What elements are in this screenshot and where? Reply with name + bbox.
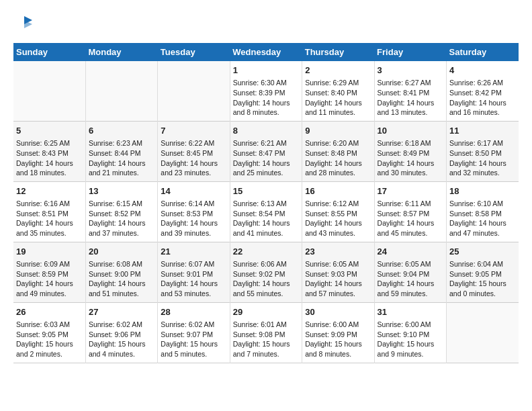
day-info: and 7 minutes. <box>233 349 299 359</box>
day-info: Sunset: 8:53 PM <box>161 209 226 219</box>
day-info: Sunset: 9:01 PM <box>161 269 226 279</box>
day-number: 27 <box>89 306 154 318</box>
day-number: 26 <box>16 306 83 318</box>
day-number: 24 <box>378 246 443 258</box>
calendar-cell: 11Sunrise: 6:17 AMSunset: 8:50 PMDayligh… <box>447 121 519 181</box>
day-number: 23 <box>305 246 371 258</box>
day-info: and 43 minutes. <box>305 228 371 238</box>
day-number: 4 <box>449 64 516 77</box>
calendar-cell: 13Sunrise: 6:15 AMSunset: 8:52 PMDayligh… <box>85 181 157 242</box>
day-info: Daylight: 15 hours <box>449 279 516 289</box>
day-info: Sunset: 9:00 PM <box>89 269 154 279</box>
day-info: Sunrise: 6:12 AM <box>305 199 371 209</box>
day-info: Sunset: 8:42 PM <box>449 88 516 98</box>
calendar-cell: 22Sunrise: 6:06 AMSunset: 9:02 PMDayligh… <box>230 242 302 302</box>
day-info: Sunrise: 6:00 AM <box>305 320 371 330</box>
day-info: Daylight: 14 hours <box>378 158 443 169</box>
day-info: Sunrise: 6:05 AM <box>378 259 443 269</box>
header-cell-tuesday: Tuesday <box>158 43 230 61</box>
day-info: Sunrise: 6:00 AM <box>378 320 443 330</box>
day-info: Daylight: 14 hours <box>378 218 443 228</box>
day-info: Daylight: 15 hours <box>305 339 371 349</box>
day-number: 10 <box>378 125 443 137</box>
day-info: Sunset: 8:44 PM <box>89 148 154 158</box>
day-number: 28 <box>161 306 226 318</box>
calendar-cell: 10Sunrise: 6:18 AMSunset: 8:49 PMDayligh… <box>374 121 446 181</box>
day-number: 25 <box>449 246 516 258</box>
calendar-cell: 5Sunrise: 6:25 AMSunset: 8:43 PMDaylight… <box>13 121 85 181</box>
day-info: Daylight: 14 hours <box>305 279 371 289</box>
day-info: Daylight: 15 hours <box>16 339 83 349</box>
day-info: and 32 minutes. <box>449 168 516 178</box>
day-info: and 55 minutes. <box>233 289 299 299</box>
calendar-cell <box>13 61 85 121</box>
day-info: Sunrise: 6:13 AM <box>233 199 299 209</box>
calendar-cell: 3Sunrise: 6:27 AMSunset: 8:41 PMDaylight… <box>374 61 446 121</box>
calendar-cell: 17Sunrise: 6:11 AMSunset: 8:57 PMDayligh… <box>374 181 446 242</box>
day-info: and 2 minutes. <box>16 349 83 359</box>
calendar-cell: 24Sunrise: 6:05 AMSunset: 9:04 PMDayligh… <box>374 242 446 302</box>
day-number: 20 <box>89 246 154 258</box>
calendar-cell: 2Sunrise: 6:29 AMSunset: 8:40 PMDaylight… <box>302 61 374 121</box>
day-info: and 41 minutes. <box>233 228 299 238</box>
day-number: 18 <box>449 185 516 197</box>
day-info: and 37 minutes. <box>89 228 154 238</box>
day-info: Sunrise: 6:29 AM <box>305 78 371 88</box>
day-info: and 18 minutes. <box>16 168 83 178</box>
day-info: Daylight: 15 hours <box>378 339 443 349</box>
day-info: Sunset: 9:04 PM <box>378 269 443 279</box>
day-info: and 25 minutes. <box>233 168 299 178</box>
day-info: Sunrise: 6:02 AM <box>161 320 226 330</box>
day-info: Sunrise: 6:25 AM <box>16 138 83 148</box>
day-info: Daylight: 14 hours <box>449 98 516 108</box>
day-number: 13 <box>89 185 154 197</box>
day-info: Sunrise: 6:23 AM <box>89 138 154 148</box>
calendar-cell: 30Sunrise: 6:00 AMSunset: 9:09 PMDayligh… <box>302 302 374 363</box>
calendar-cell <box>85 61 157 121</box>
day-info: Sunrise: 6:17 AM <box>449 138 516 148</box>
day-info: Daylight: 15 hours <box>161 339 226 349</box>
header-cell-friday: Friday <box>374 43 446 61</box>
calendar-cell: 29Sunrise: 6:01 AMSunset: 9:08 PMDayligh… <box>230 302 302 363</box>
day-number: 21 <box>161 246 226 258</box>
day-number: 30 <box>305 306 371 318</box>
page-header <box>13 13 519 32</box>
header-cell-thursday: Thursday <box>302 43 374 61</box>
day-info: Daylight: 14 hours <box>89 218 154 228</box>
day-info: Sunrise: 6:30 AM <box>233 78 299 88</box>
calendar-week-row: 1Sunrise: 6:30 AMSunset: 8:39 PMDaylight… <box>13 61 519 121</box>
day-info: and 30 minutes. <box>378 168 443 178</box>
header-cell-wednesday: Wednesday <box>230 43 302 61</box>
day-info: Sunset: 8:54 PM <box>233 209 299 219</box>
day-info: and 16 minutes. <box>449 107 516 118</box>
logo-flag-icon <box>15 13 34 32</box>
day-info: Sunrise: 6:06 AM <box>233 259 299 269</box>
day-info: and 8 minutes. <box>233 107 299 118</box>
day-info: Sunset: 8:52 PM <box>89 209 154 219</box>
day-number: 19 <box>16 246 83 258</box>
day-info: Sunrise: 6:09 AM <box>16 259 83 269</box>
day-info: and 5 minutes. <box>161 349 226 359</box>
calendar-cell: 9Sunrise: 6:20 AMSunset: 8:48 PMDaylight… <box>302 121 374 181</box>
day-number: 14 <box>161 185 226 197</box>
calendar-body: 1Sunrise: 6:30 AMSunset: 8:39 PMDaylight… <box>13 61 519 363</box>
day-info: Sunrise: 6:14 AM <box>161 199 226 209</box>
day-info: Daylight: 14 hours <box>233 218 299 228</box>
day-info: Sunrise: 6:21 AM <box>233 138 299 148</box>
day-info: Sunset: 8:50 PM <box>449 148 516 158</box>
calendar-cell: 6Sunrise: 6:23 AMSunset: 8:44 PMDaylight… <box>85 121 157 181</box>
calendar-cell: 23Sunrise: 6:05 AMSunset: 9:03 PMDayligh… <box>302 242 374 302</box>
day-info: Daylight: 14 hours <box>378 98 443 108</box>
day-info: Sunset: 8:59 PM <box>16 269 83 279</box>
day-number: 8 <box>233 125 299 137</box>
day-info: Daylight: 14 hours <box>233 98 299 108</box>
header-cell-saturday: Saturday <box>447 43 519 61</box>
day-info: and 4 minutes. <box>89 349 154 359</box>
day-number: 5 <box>16 125 83 137</box>
day-info: Sunrise: 6:10 AM <box>449 199 516 209</box>
day-info: Sunrise: 6:11 AM <box>378 199 443 209</box>
day-info: Sunset: 9:07 PM <box>161 330 226 340</box>
day-info: and 45 minutes. <box>378 228 443 238</box>
day-info: and 39 minutes. <box>161 228 226 238</box>
calendar-cell: 25Sunrise: 6:04 AMSunset: 9:05 PMDayligh… <box>447 242 519 302</box>
